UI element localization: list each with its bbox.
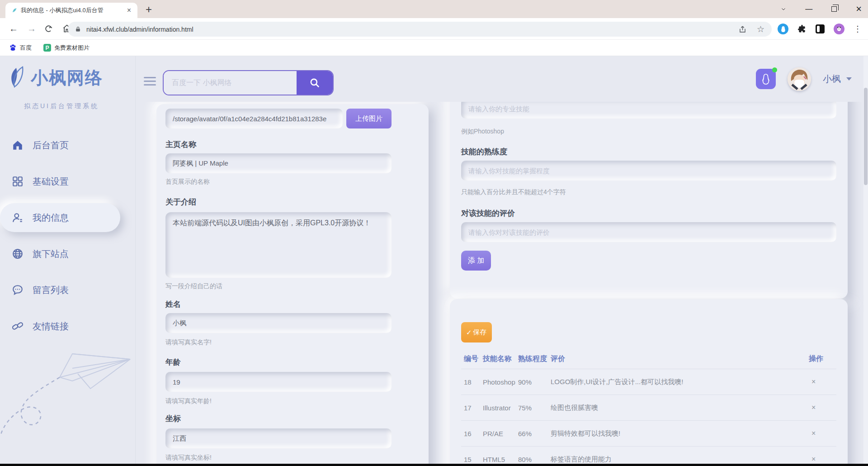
homepage-name-label: 主页名称 [165,139,420,150]
tab-search-chevron-icon[interactable] [781,6,786,12]
close-button[interactable]: × [856,3,862,15]
sidebar-item-messages[interactable]: 留言列表 [0,276,136,304]
skill-level-helper: 只能输入百分比并且不能超过4个字符 [461,188,836,196]
search-box [163,70,334,95]
location-helper: 请填写真实坐标! [165,454,420,462]
sidepanel-extension-icon[interactable] [816,24,825,33]
tab-close-icon[interactable]: × [125,6,133,14]
sidebar-item-settings[interactable]: 基础设置 [0,167,136,196]
table-row: 18 Photoshop 90% LOGO制作,UI设计,广告设计...都可以找… [461,369,836,395]
add-skill-button[interactable]: 添 加 [461,251,491,271]
forward-icon[interactable]: → [27,24,36,34]
bookmarks-bar: 百度 P 免费素材图片 [0,40,868,56]
baidu-paw-icon [9,44,17,52]
skill-name-helper: 例如Photoshop [461,128,836,136]
penguin-extension-icon[interactable] [778,24,788,34]
link-icon [12,320,24,332]
favicon-leaf-icon [12,8,17,13]
reload-icon[interactable] [44,24,53,33]
profile-avatar-icon[interactable] [834,24,844,34]
admin-page: 小枫网络 拟态UI后台管理系统 后台首页 基础 [0,56,868,464]
search-input[interactable] [164,71,297,95]
about-label: 关于介绍 [165,197,420,207]
browser-window: 我的信息 - 小枫拟态ui4.0后台管 × + — × ← → nitai4 [0,0,868,466]
user-avatar[interactable] [788,67,811,91]
profile-card: 上传图片 主页名称 首页展示的名称 关于介绍 本站前端源代码以及UI图由小枫原创… [156,104,429,464]
delete-skill-icon[interactable]: × [809,378,818,385]
tab-strip: 我的信息 - 小枫拟态ui4.0后台管 × + — × [0,0,868,18]
skill-eval-input[interactable] [461,222,836,242]
skills-table: 编号 技能名称 熟练程度 评价 操作 18 Photoshop 90% LOGO… [461,354,836,464]
browser-menu-icon[interactable]: ⋮ [854,24,862,34]
bookmark-baidu[interactable]: 百度 [9,44,32,52]
sidebar-nav: 后台首页 基础设置 [0,131,136,341]
about-textarea[interactable]: 本站前端源代码以及UI图由小枫原创，采用GPL3.0开源协议！ [165,212,392,278]
delete-skill-icon[interactable]: × [809,455,818,463]
grid-icon [12,176,24,187]
table-row: 15 HTML5 80% 标签语言的使用能力 × [461,446,836,464]
page-scrollbar-thumb[interactable] [864,88,868,185]
upload-image-button[interactable]: 上传图片 [346,109,392,128]
qq-notification-button[interactable] [756,69,776,89]
logo-title: 小枫网络 [31,67,103,90]
bookmark-free-images[interactable]: P 免费素材图片 [43,44,90,52]
name-helper: 请填写真实名字! [165,338,420,347]
location-input[interactable] [165,428,392,448]
lock-icon [75,26,81,33]
browser-toolbar: ← → nitai4.xfwl.club/admin/information.h… [0,18,868,40]
menu-toggle-icon[interactable] [144,77,156,86]
url-bar[interactable]: nitai4.xfwl.club/admin/information.html … [68,22,772,37]
avatar-path-row: 上传图片 [165,109,392,128]
user-dropdown-caret-icon[interactable] [846,77,852,81]
age-label: 年龄 [165,357,420,367]
p-site-icon: P [43,44,51,52]
table-row: 16 PR/AE 66% 剪辑特效都可以找我噢! × [461,420,836,446]
age-input[interactable] [165,372,392,392]
check-icon: ✓ [466,328,472,337]
window-controls: — × [781,0,862,18]
sidebar-item-links[interactable]: 友情链接 [0,312,136,341]
skill-eval-label: 对该技能的评价 [461,208,836,219]
browser-tab[interactable]: 我的信息 - 小枫拟态ui4.0后台管 × [5,3,137,18]
homepage-name-input[interactable] [165,153,392,173]
share-icon[interactable] [738,25,747,33]
username[interactable]: 小枫 [823,73,841,85]
about-helper: 写一段介绍自己的话 [165,282,420,290]
online-status-dot [772,67,777,72]
search-icon [309,77,321,89]
skill-level-label: 技能的熟练度 [461,147,836,157]
avatar-path-input[interactable] [165,109,343,128]
content-header: 小枫 [136,56,868,102]
tab-title: 我的信息 - 小枫拟态ui4.0后台管 [21,6,125,14]
sidebar-item-dashboard[interactable]: 后台首页 [0,131,136,160]
home-icon [12,139,24,151]
restore-button[interactable] [831,6,837,12]
sidebar-item-my-info[interactable]: 我的信息 [0,203,120,232]
extensions-puzzle-icon[interactable] [797,24,807,33]
skill-level-input[interactable] [461,161,836,181]
content-area: 上传图片 主页名称 首页展示的名称 关于介绍 本站前端源代码以及UI图由小枫原创… [136,102,868,464]
table-header-row: 编号 技能名称 熟练程度 评价 操作 [461,354,836,369]
name-label: 姓名 [165,299,420,309]
back-icon[interactable]: ← [9,24,18,34]
page-scrollbar-track[interactable] [863,56,868,464]
comment-icon [12,284,24,296]
sidebar: 小枫网络 拟态UI后台管理系统 后台首页 基础 [0,56,136,464]
delete-skill-icon[interactable]: × [809,404,818,411]
delete-skill-icon[interactable]: × [809,429,818,437]
save-button[interactable]: ✓保存 [461,322,492,342]
bookmark-star-icon[interactable]: ☆ [757,24,764,34]
header-right: 小枫 [756,56,852,102]
logo-leaf-icon [7,66,28,90]
url-text: nitai4.xfwl.club/admin/information.html [86,26,738,33]
user-icon [12,212,24,223]
age-helper: 请填写真实年龄! [165,397,420,405]
skill-name-input[interactable] [461,102,836,119]
search-button[interactable] [297,71,333,95]
extensions-row: ⋮ [778,18,862,40]
sidebar-item-sites[interactable]: 旗下站点 [0,239,136,268]
new-tab-button[interactable]: + [146,3,152,16]
logo-subtitle: 拟态UI后台管理系统 [11,102,112,110]
name-input[interactable] [165,313,392,333]
minimize-button[interactable]: — [805,5,812,13]
